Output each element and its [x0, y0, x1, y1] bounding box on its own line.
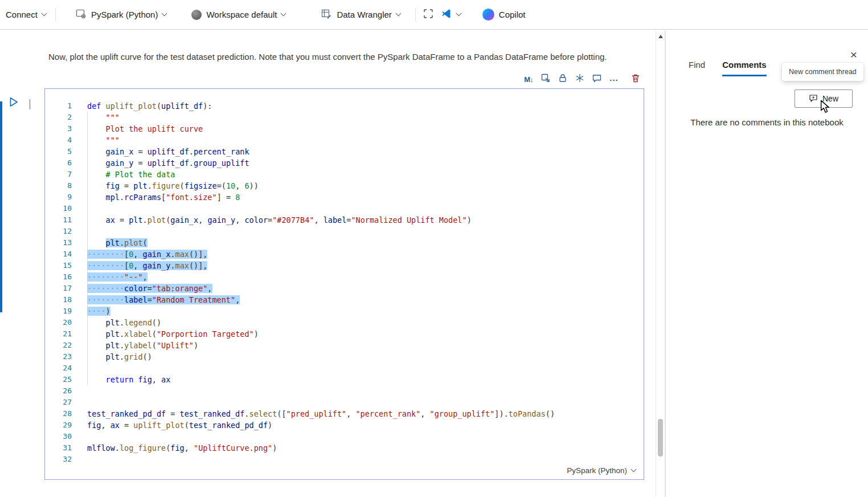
- code-line[interactable]: 18········label="Random Treatment",: [45, 294, 644, 305]
- toolbar-divider: [55, 8, 56, 22]
- code-line[interactable]: 13 plt.plot(: [45, 237, 644, 248]
- line-content: fig, ax = uplift_plot(test_ranked_pd_df): [72, 419, 272, 431]
- line-number: 14: [45, 248, 72, 260]
- lock-cell-button[interactable]: [555, 72, 570, 87]
- code-line[interactable]: 29fig, ax = uplift_plot(test_ranked_pd_d…: [45, 419, 644, 431]
- line-content: [72, 431, 87, 442]
- line-content: gain_x = uplift_df.percent_rank: [72, 146, 249, 157]
- focus-frame-icon: [423, 8, 434, 21]
- code-line[interactable]: 3 Plot the uplift curve: [45, 123, 644, 135]
- copilot-label: Copilot: [499, 10, 526, 19]
- line-content: return fig, ax: [72, 374, 170, 385]
- code-line[interactable]: 14········[0, gain_x.max()],: [45, 248, 644, 260]
- line-content: ········"--",: [72, 271, 148, 283]
- code-line[interactable]: 22 plt.ylabel("Uplift"): [45, 340, 644, 351]
- scrollbar-thumb[interactable]: [658, 419, 663, 457]
- line-content: fig = plt.figure(figsize=(10, 6)): [72, 180, 259, 192]
- code-line[interactable]: 11 ax = plt.plot(gain_x, gain_y, color="…: [45, 214, 644, 226]
- focus-mode-button[interactable]: [419, 3, 437, 26]
- code-line[interactable]: 17········color="tab:orange",: [45, 283, 644, 294]
- code-line[interactable]: 16········"--",: [45, 271, 644, 283]
- line-number: 7: [45, 169, 72, 180]
- line-number: 24: [45, 362, 72, 374]
- vscode-dropdown[interactable]: [437, 3, 464, 26]
- line-content: [72, 385, 87, 397]
- collapse-cell-chevron[interactable]: [30, 99, 30, 109]
- line-number: 17: [45, 283, 72, 294]
- more-commands-button[interactable]: ...: [607, 72, 621, 87]
- comments-empty-message: There are no comments in this notebook: [672, 117, 862, 127]
- line-content: plt.plot(: [72, 237, 148, 248]
- line-number: 18: [45, 294, 72, 305]
- environment-dropdown[interactable]: Workspace default: [186, 3, 291, 26]
- line-number: 8: [45, 180, 72, 192]
- cell-language-selector[interactable]: PySpark (Python): [567, 466, 636, 475]
- line-number: 30: [45, 431, 72, 442]
- code-line[interactable]: 20 plt.legend(): [45, 317, 644, 328]
- copilot-button[interactable]: Copilot: [477, 3, 531, 26]
- code-line[interactable]: 15········[0, gain_y.max()],: [45, 260, 644, 271]
- line-content: plt.legend(): [72, 317, 161, 328]
- code-line[interactable]: 2 """: [45, 112, 644, 123]
- line-number: 5: [45, 146, 72, 157]
- line-number: 4: [45, 135, 72, 146]
- code-line[interactable]: 26: [45, 385, 644, 397]
- connect-dropdown[interactable]: Connect: [0, 3, 52, 26]
- code-line[interactable]: 7 # Plot the data: [45, 169, 644, 180]
- move-cell-button[interactable]: [538, 72, 553, 87]
- data-wrangler-label: Data Wrangler: [337, 10, 391, 19]
- line-content: test_ranked_pd_df = test_ranked_df.selec…: [72, 408, 555, 419]
- tab-comments[interactable]: Comments: [722, 60, 767, 76]
- code-line[interactable]: 25 return fig, ax: [45, 374, 644, 385]
- chevron-down-icon: [30, 99, 30, 109]
- code-line[interactable]: 31mlflow.log_figure(fig, "UpliftCurve.pn…: [45, 442, 644, 454]
- close-icon[interactable]: ×: [850, 48, 857, 60]
- line-number: 32: [45, 454, 72, 465]
- line-content: gain_y = uplift_df.group_uplift: [72, 157, 249, 169]
- run-cell-button[interactable]: [8, 96, 21, 109]
- code-line[interactable]: 4 """: [45, 135, 644, 146]
- code-line[interactable]: 23 plt.grid(): [45, 351, 644, 362]
- line-content: Plot the uplift curve: [72, 123, 203, 135]
- notebook-canvas: Now, plot the uplift curve for the test …: [0, 30, 656, 497]
- vscode-icon: [441, 8, 452, 21]
- line-number: 22: [45, 340, 72, 351]
- line-number: 27: [45, 397, 72, 408]
- code-line[interactable]: 10: [45, 203, 644, 214]
- code-cell[interactable]: 1def uplift_plot(uplift_df):2 """3 Plot …: [44, 88, 644, 480]
- cell-language-label: PySpark (Python): [567, 466, 627, 475]
- code-editor[interactable]: 1def uplift_plot(uplift_df):2 """3 Plot …: [45, 100, 644, 465]
- kernel-dropdown[interactable]: PySpark (Python): [69, 3, 173, 26]
- line-content: ax = plt.plot(gain_x, gain_y, color="#20…: [72, 214, 472, 226]
- code-line[interactable]: 19····): [45, 305, 644, 317]
- code-line[interactable]: 28test_ranked_pd_df = test_ranked_df.sel…: [45, 408, 644, 419]
- code-line[interactable]: 24: [45, 362, 644, 374]
- line-number: 26: [45, 385, 72, 397]
- code-line[interactable]: 9 mpl.rcParams["font.size"] = 8: [45, 192, 644, 203]
- tab-find[interactable]: Find: [689, 60, 705, 76]
- convert-to-markdown-button[interactable]: M↓: [521, 72, 536, 87]
- add-comment-button[interactable]: [589, 72, 604, 87]
- line-content: mlflow.log_figure(fig, "UpliftCurve.png"…: [72, 442, 277, 454]
- code-line[interactable]: 1def uplift_plot(uplift_df):: [45, 100, 644, 112]
- copilot-icon: [482, 9, 494, 21]
- code-line[interactable]: 21 plt.xlabel("Porportion Targeted"): [45, 328, 644, 340]
- code-line[interactable]: 27: [45, 397, 644, 408]
- code-line[interactable]: 12: [45, 226, 644, 237]
- code-line[interactable]: 32: [45, 454, 644, 465]
- chevron-down-icon: [162, 11, 167, 17]
- data-wrangler-dropdown[interactable]: Data Wrangler: [315, 3, 406, 26]
- code-line[interactable]: 5 gain_x = uplift_df.percent_rank: [45, 146, 644, 157]
- code-line[interactable]: 8 fig = plt.figure(figsize=(10, 6)): [45, 180, 644, 192]
- chevron-down-icon: [395, 11, 401, 17]
- scroll-up-arrow[interactable]: [658, 35, 663, 38]
- line-number: 12: [45, 226, 72, 237]
- markdown-cell[interactable]: Now, plot the uplift curve for the test …: [48, 52, 629, 62]
- line-number: 3: [45, 123, 72, 135]
- vertical-scrollbar[interactable]: [656, 30, 665, 497]
- freeze-cell-button[interactable]: [572, 72, 587, 87]
- code-line[interactable]: 6 gain_y = uplift_df.group_uplift: [45, 157, 644, 169]
- code-line[interactable]: 30: [45, 431, 644, 442]
- delete-cell-button[interactable]: [628, 72, 643, 87]
- new-comment-button[interactable]: New: [795, 89, 853, 108]
